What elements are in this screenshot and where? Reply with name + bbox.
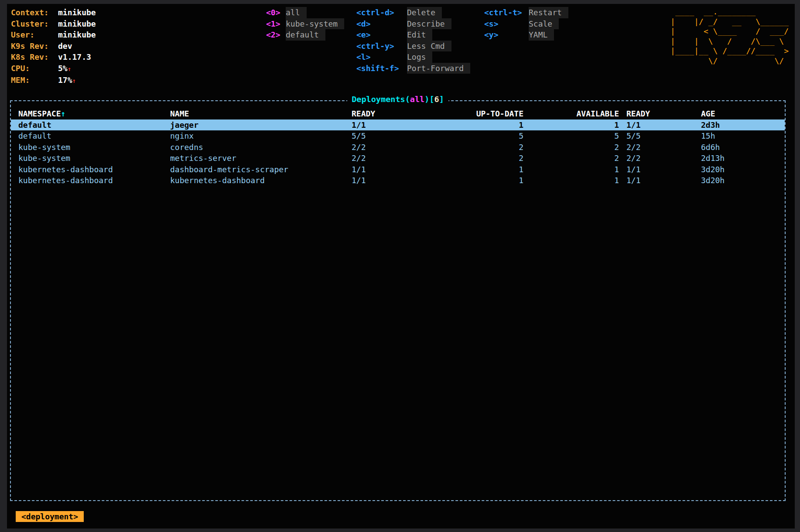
key-s: <s> [484,18,529,30]
menu-item-scale: <s>Scale [484,18,609,30]
mem-up-arrow-icon: ↑ [72,77,76,84]
key-y: <y> [484,29,529,41]
describe-label: Describe [407,18,451,30]
namespace-menu: <0>all <1>kube-system <2>default [266,7,356,41]
cluster-label: Cluster: [11,18,58,30]
cell-name: kubernetes-dashboard [170,175,352,186]
table-row-dashboard-metrics-scraper[interactable]: kubernetes-dashboard dashboard-metrics-s… [11,164,785,175]
namespace-default-label: default [286,29,325,41]
cell-ready: 5/5 [352,130,473,142]
cell-ready: 1/1 [352,119,473,131]
hotkey-2: <2> [266,29,286,41]
cell-ready2: 2/2 [619,142,701,153]
hotkey-1: <1> [266,18,286,30]
cell-ready2: 5/5 [619,130,701,142]
column-header-ready: READY [352,108,473,119]
key-ctrl-t: <ctrl-t> [484,7,529,18]
menu-item-less-cmd: <ctrl-y>Less Cmd [356,41,484,52]
cell-age: 6d6h [701,142,785,153]
cell-namespace: kubernetes-dashboard [18,175,170,186]
table-row-nginx[interactable]: default nginx 5/5 5 5 5/5 15h [11,130,785,142]
cpu-up-arrow-icon: ↑ [68,65,71,72]
cluster-value: minikube [58,19,96,28]
cell-namespace: kube-system [18,142,170,153]
cell-available: 5 [523,130,619,142]
resource-name: Deployments [352,95,405,104]
column-header-namespace: NAMESPACE↑ [18,108,170,119]
k8s-rev-value: v1.17.3 [58,52,91,61]
cell-available: 1 [523,164,619,175]
menu-item-logs: <l>Logs [356,51,484,63]
table-row-metrics-server[interactable]: kube-system metrics-server 2/2 2 2 2/2 2… [11,153,785,164]
cell-available: 1 [523,175,619,186]
cell-available: 2 [523,153,619,164]
key-e: <e> [356,29,407,41]
k9s-rev-row: K9s Rev:dev [11,41,266,52]
hotkey-0: <0> [266,7,286,18]
action-menu-1: <ctrl-d>Delete <d>Describe <e>Edit <ctrl… [356,7,484,74]
cell-namespace: kubernetes-dashboard [18,164,170,175]
namespace-hotkey-kube-system: <1>kube-system [266,18,356,30]
namespace-hotkey-all: <0>all [266,7,356,18]
restart-label: Restart [529,7,568,18]
column-header-age: AGE [701,108,785,119]
column-header-name: NAME [170,108,352,119]
cell-name: nginx [170,130,352,142]
k9s-rev-value: dev [58,41,72,51]
cell-up-to-date: 1 [473,175,523,186]
mem-row: MEM:17%↑ [11,75,266,87]
cell-namespace: kube-system [18,153,170,164]
yaml-label: YAML [529,29,554,41]
context-label: Context: [11,7,58,18]
mem-label: MEM: [11,75,58,86]
cell-age: 3d20h [701,175,785,186]
namespace-all-label: all [286,7,307,18]
cluster-row: Cluster:minikube [11,18,266,30]
key-d: <d> [356,18,407,30]
resource-count: 6 [434,95,439,104]
cell-ready: 2/2 [352,153,473,164]
namespace-hotkey-default: <2>default [266,29,356,41]
column-header-ready2: READY [619,108,701,119]
edit-label: Edit [407,29,432,41]
menu-item-port-forward: <shift-f>Port-Forward [356,63,484,74]
table-row-coredns[interactable]: kube-system coredns 2/2 2 2 2/2 6d6h [11,142,785,153]
logs-label: Logs [407,51,432,63]
title-namespace: all [410,95,424,104]
cell-age: 2d13h [701,153,785,164]
user-value: minikube [58,30,96,39]
delete-label: Delete [407,7,442,18]
menu-item-describe: <d>Describe [356,18,484,30]
cell-available: 2 [523,142,619,153]
cell-name: dashboard-metrics-scraper [170,164,352,175]
table-row-kubernetes-dashboard[interactable]: kubernetes-dashboard kubernetes-dashboar… [11,175,785,186]
key-l: <l> [356,51,407,63]
table-title: Deployments(all)[6] [347,95,448,104]
cell-ready: 2/2 [352,142,473,153]
cell-ready2: 1/1 [619,164,701,175]
cell-name: coredns [170,142,352,153]
cpu-value: 5% [58,64,68,73]
table-header-row: NAMESPACE↑ NAME READY UP-TO-DATE AVAILAB… [11,108,785,119]
key-ctrl-y: <ctrl-y> [356,41,407,52]
cluster-info: Context:minikube Cluster:minikube User:m… [11,7,266,87]
cell-available: 1 [523,119,619,131]
context-row: Context:minikube [11,7,266,18]
sort-ascending-icon: ↑ [61,109,66,118]
cell-up-to-date: 1 [473,119,523,131]
cell-namespace: default [18,119,170,131]
k9s-rev-label: K9s Rev: [11,41,58,52]
cell-up-to-date: 1 [473,164,523,175]
less-cmd-label: Less Cmd [407,41,451,52]
context-value: minikube [58,8,96,17]
cell-up-to-date: 5 [473,130,523,142]
namespace-kube-system-label: kube-system [286,18,344,30]
cell-age: 3d20h [701,164,785,175]
k9s-terminal: Context:minikube Cluster:minikube User:m… [7,4,795,529]
user-label: User: [11,29,58,41]
k9s-logo: ____ __.________ | |/ _/ __ \______ | < … [670,7,795,66]
table-row-jaeger[interactable]: default jaeger 1/1 1 1 1/1 2d3h [11,119,785,131]
breadcrumb-deployment: <deployment> [16,511,84,522]
key-ctrl-d: <ctrl-d> [356,7,407,18]
column-header-up-to-date: UP-TO-DATE [473,108,523,119]
